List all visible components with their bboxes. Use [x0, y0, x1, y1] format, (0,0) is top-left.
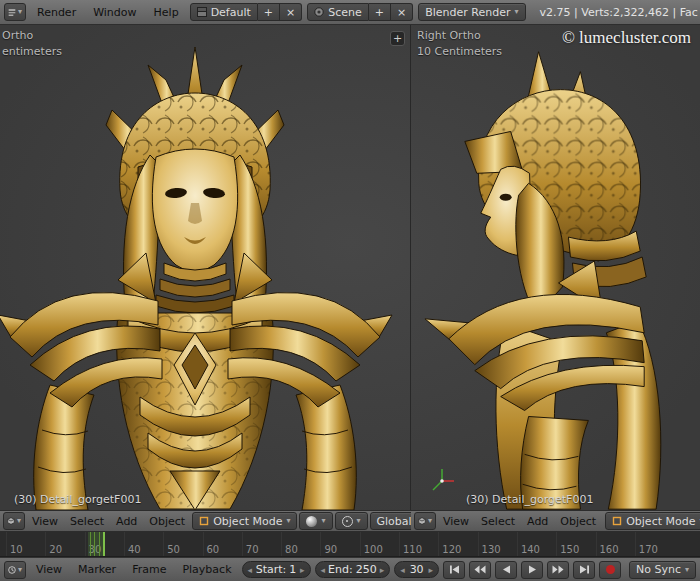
- start-frame-field[interactable]: ◂ Start:1 ▸: [242, 561, 311, 578]
- menu-help[interactable]: Help: [148, 6, 185, 19]
- menu-add[interactable]: Add: [522, 515, 553, 528]
- mode-dropdown[interactable]: Object Mode ▾: [605, 512, 700, 530]
- menu-add[interactable]: Add: [111, 515, 142, 528]
- pivot-center-icon: [342, 516, 353, 527]
- origin-axes-icon: [429, 468, 455, 494]
- timeline-ruler[interactable]: 1020304050607080901001101201301401501601…: [0, 532, 700, 557]
- side-view-model: [411, 25, 700, 510]
- ruler-tick: 70: [242, 532, 259, 556]
- increment-arrow-icon[interactable]: ▸: [428, 565, 433, 575]
- watermark-text: © lumecluster.com: [562, 28, 691, 48]
- jump-to-start-button[interactable]: [443, 561, 465, 579]
- viewport-front[interactable]: Ortho entimeters + (30) Detail_gorgetF00…: [0, 25, 410, 510]
- editor-type-button[interactable]: ▾: [4, 561, 26, 579]
- object-mode-icon: [612, 516, 622, 526]
- remove-layout-button[interactable]: ×: [280, 3, 302, 21]
- transform-orientation-dropdown[interactable]: Global ▾: [370, 512, 411, 530]
- pivot-point-dropdown[interactable]: ▾: [335, 512, 368, 530]
- screen-layout-selector: Default + ×: [190, 3, 303, 21]
- timeline-ruler-ticks: 1020304050607080901001101201301401501601…: [0, 532, 700, 556]
- end-frame-field[interactable]: ◂ End:250 ▸: [315, 561, 391, 578]
- keyframe-line: [99, 532, 100, 556]
- menu-object[interactable]: Object: [555, 515, 601, 528]
- menu-object[interactable]: Object: [144, 515, 190, 528]
- screen-layout-dropdown[interactable]: Default: [190, 3, 258, 21]
- next-keyframe-button[interactable]: [547, 561, 569, 579]
- view-unit-label: 10 Centimeters: [417, 45, 502, 58]
- menu-select[interactable]: Select: [65, 515, 109, 528]
- increment-arrow-icon[interactable]: ▸: [300, 565, 305, 575]
- editor-type-button[interactable]: ▾: [414, 512, 436, 530]
- chevron-down-icon: ▾: [685, 566, 689, 574]
- shading-sphere-icon: [306, 516, 317, 527]
- view3d-editor-icon: [418, 515, 426, 527]
- menu-window[interactable]: Window: [87, 6, 142, 19]
- render-engine-dropdown[interactable]: Blender Render ▾: [418, 3, 525, 21]
- ruler-tick: 130: [478, 532, 501, 556]
- expand-panel-button[interactable]: +: [390, 31, 405, 46]
- menu-playback[interactable]: Playback: [176, 563, 237, 576]
- view3d-header: ▾ View Select Add Object Object Mode ▾ ▾…: [0, 510, 700, 532]
- chevron-down-icon: ▾: [357, 517, 361, 525]
- viewport-side[interactable]: Right Ortho 10 Centimeters (30) Detail_g…: [411, 25, 700, 510]
- ruler-tick: 10: [6, 532, 23, 556]
- object-mode-icon: [199, 516, 209, 526]
- current-frame-field[interactable]: ◂ 30 ▸: [394, 561, 439, 578]
- view-unit-label: entimeters: [2, 45, 62, 58]
- sync-mode-dropdown[interactable]: No Sync ▾: [629, 561, 696, 579]
- ruler-tick: 160: [596, 532, 619, 556]
- ruler-tick: 60: [203, 532, 220, 556]
- active-object-label: (30) Detail_gorgetF001: [14, 493, 141, 506]
- blender-window: ▾ Render Window Help Default + × Scene +: [0, 0, 700, 581]
- keyframe-line: [94, 532, 95, 556]
- info-editor-icon: [8, 6, 16, 18]
- keyframe-line: [90, 532, 91, 556]
- editor-type-button[interactable]: ▾: [4, 3, 26, 21]
- record-button[interactable]: [599, 561, 621, 579]
- add-layout-button[interactable]: +: [258, 3, 280, 21]
- current-frame-marker[interactable]: [103, 532, 105, 556]
- scene-dropdown[interactable]: Scene: [307, 3, 369, 21]
- viewport-shading-dropdown[interactable]: ▾: [299, 512, 332, 530]
- viewport-area: © lumecluster.com: [0, 25, 700, 510]
- info-header: ▾ Render Window Help Default + × Scene +: [0, 0, 700, 25]
- decrement-arrow-icon[interactable]: ◂: [321, 565, 326, 575]
- increment-arrow-icon[interactable]: ▸: [380, 565, 385, 575]
- add-scene-button[interactable]: +: [369, 3, 391, 21]
- ruler-tick: 150: [556, 532, 579, 556]
- view-name-label: Ortho: [2, 29, 33, 42]
- menu-frame[interactable]: Frame: [126, 563, 172, 576]
- play-reverse-button[interactable]: [495, 561, 517, 579]
- front-view-model: [0, 25, 410, 510]
- menu-view[interactable]: View: [27, 515, 63, 528]
- decrement-arrow-icon[interactable]: ◂: [400, 565, 405, 575]
- chevron-down-icon: ▾: [428, 517, 432, 525]
- timeline-header: ▾ View Marker Frame Playback ◂ Start:1 ▸…: [0, 557, 700, 581]
- active-object-label: (30) Detail_gorgetF001: [466, 493, 593, 506]
- chevron-down-icon: ▾: [17, 517, 21, 525]
- ruler-tick: 40: [124, 532, 141, 556]
- scene-selector: Scene + ×: [307, 3, 413, 21]
- editor-type-button[interactable]: ▾: [3, 512, 25, 530]
- timeline-editor-icon: [8, 564, 16, 576]
- menu-view[interactable]: View: [438, 515, 474, 528]
- chevron-down-icon: ▾: [18, 8, 22, 16]
- decrement-arrow-icon[interactable]: ◂: [248, 565, 253, 575]
- ruler-tick: 20: [45, 532, 62, 556]
- chevron-down-icon: ▾: [286, 517, 290, 525]
- view-name-label: Right Ortho: [417, 29, 481, 42]
- play-button[interactable]: [521, 561, 543, 579]
- menu-marker[interactable]: Marker: [72, 563, 122, 576]
- mode-dropdown[interactable]: Object Mode ▾: [192, 512, 297, 530]
- remove-scene-button[interactable]: ×: [391, 3, 413, 21]
- ruler-tick: 170: [635, 532, 658, 556]
- menu-view[interactable]: View: [30, 563, 68, 576]
- menu-select[interactable]: Select: [476, 515, 520, 528]
- ruler-tick: 50: [163, 532, 180, 556]
- menu-render[interactable]: Render: [31, 6, 82, 19]
- chevron-down-icon: ▾: [18, 566, 22, 574]
- ruler-tick: 120: [438, 532, 461, 556]
- jump-to-end-button[interactable]: [573, 561, 595, 579]
- ruler-tick: 140: [517, 532, 540, 556]
- prev-keyframe-button[interactable]: [469, 561, 491, 579]
